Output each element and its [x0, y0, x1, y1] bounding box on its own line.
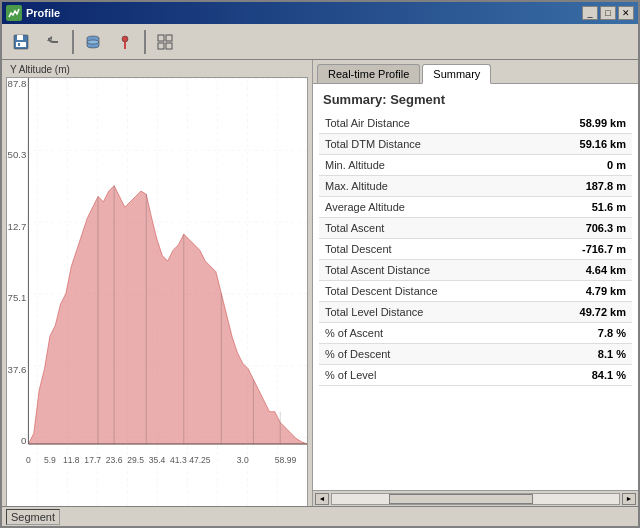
save-button[interactable] — [6, 28, 36, 56]
table-row: % of Level84.1 % — [319, 365, 632, 386]
row-label: Total Level Distance — [319, 302, 491, 323]
status-panel: Segment — [6, 509, 60, 525]
row-label: Average Altitude — [319, 197, 491, 218]
table-row: Total Ascent706.3 m — [319, 218, 632, 239]
svg-text:187.8: 187.8 — [7, 78, 26, 89]
tab-realtime[interactable]: Real-time Profile — [317, 64, 420, 83]
svg-text:11.8: 11.8 — [63, 455, 80, 465]
row-label: Total Ascent Distance — [319, 260, 491, 281]
row-label: % of Ascent — [319, 323, 491, 344]
row-value: 84.1 % — [491, 365, 632, 386]
row-value: 8.1 % — [491, 344, 632, 365]
svg-text:0: 0 — [26, 455, 31, 465]
status-bar: Segment — [2, 506, 638, 526]
db-button[interactable] — [78, 28, 108, 56]
status-text: Segment — [11, 511, 55, 523]
window-icon — [6, 5, 22, 21]
summary-title: Summary: Segment — [313, 84, 638, 113]
row-label: Total Ascent — [319, 218, 491, 239]
svg-text:58.99: 58.99 — [275, 455, 297, 465]
row-value: 706.3 m — [491, 218, 632, 239]
svg-text:17.7: 17.7 — [84, 455, 101, 465]
table-row: Total Level Distance49.72 km — [319, 302, 632, 323]
svg-text:41.3: 41.3 — [170, 455, 187, 465]
table-row: Max. Altitude187.8 m — [319, 176, 632, 197]
row-value: 4.64 km — [491, 260, 632, 281]
svg-rect-9 — [166, 35, 172, 41]
svg-text:75.1: 75.1 — [8, 292, 27, 303]
toolbar-separator-1 — [72, 30, 74, 54]
summary-table[interactable]: Total Air Distance58.99 kmTotal DTM Dist… — [313, 113, 638, 490]
table-row: Total Descent-716.7 m — [319, 239, 632, 260]
row-value: 49.72 km — [491, 302, 632, 323]
svg-text:0: 0 — [21, 435, 26, 446]
minimize-button[interactable]: _ — [582, 6, 598, 20]
maximize-button[interactable]: □ — [600, 6, 616, 20]
row-value: 187.8 m — [491, 176, 632, 197]
row-label: Min. Altitude — [319, 155, 491, 176]
row-label: Max. Altitude — [319, 176, 491, 197]
chart-panel: Y Altitude (m) 187.8 150 — [2, 60, 312, 506]
tab-content: Summary: Segment Total Air Distance58.99… — [313, 84, 638, 506]
svg-text:35.4: 35.4 — [149, 455, 166, 465]
svg-rect-2 — [16, 42, 26, 47]
svg-text:3.0: 3.0 — [237, 455, 249, 465]
chart-area: 187.8 150.3 112.7 75.1 37.6 0 — [6, 77, 308, 506]
chart-svg: 187.8 150.3 112.7 75.1 37.6 0 — [7, 78, 307, 506]
row-value: 0 m — [491, 155, 632, 176]
table-row: Total Descent Distance4.79 km — [319, 281, 632, 302]
row-value: 59.16 km — [491, 134, 632, 155]
svg-text:47.25: 47.25 — [189, 455, 211, 465]
scroll-left-button[interactable]: ◄ — [315, 493, 329, 505]
svg-rect-8 — [158, 35, 164, 41]
y-axis-label: Y Altitude (m) — [6, 64, 308, 75]
svg-rect-11 — [166, 43, 172, 49]
chart-canvas: 187.8 150.3 112.7 75.1 37.6 0 — [7, 78, 307, 506]
data-table: Total Air Distance58.99 kmTotal DTM Dist… — [319, 113, 632, 386]
row-label: Total Air Distance — [319, 113, 491, 134]
scroll-track-h[interactable] — [331, 493, 620, 505]
row-label: Total Descent Distance — [319, 281, 491, 302]
toolbar — [2, 24, 638, 60]
tab-summary[interactable]: Summary — [422, 64, 491, 84]
content-area: Y Altitude (m) 187.8 150 — [2, 60, 638, 506]
table-row: Average Altitude51.6 m — [319, 197, 632, 218]
row-label: % of Descent — [319, 344, 491, 365]
row-value: -716.7 m — [491, 239, 632, 260]
main-window: Profile _ □ ✕ — [0, 0, 640, 528]
table-row: Total Ascent Distance4.64 km — [319, 260, 632, 281]
row-label: Total Descent — [319, 239, 491, 260]
svg-text:37.6: 37.6 — [8, 364, 27, 375]
row-value: 7.8 % — [491, 323, 632, 344]
svg-text:29.5: 29.5 — [127, 455, 144, 465]
table-row: % of Descent8.1 % — [319, 344, 632, 365]
horizontal-scrollbar[interactable]: ◄ ► — [313, 490, 638, 506]
scroll-thumb-h[interactable] — [389, 494, 533, 504]
window-title: Profile — [26, 7, 582, 19]
title-bar: Profile _ □ ✕ — [2, 2, 638, 24]
window-controls: _ □ ✕ — [582, 6, 634, 20]
svg-rect-1 — [17, 35, 23, 40]
grid-button[interactable] — [150, 28, 180, 56]
right-panel: Real-time Profile Summary Summary: Segme… — [312, 60, 638, 506]
table-row: % of Ascent7.8 % — [319, 323, 632, 344]
svg-text:112.7: 112.7 — [7, 221, 26, 232]
undo-button[interactable] — [38, 28, 68, 56]
table-row: Total DTM Distance59.16 km — [319, 134, 632, 155]
tab-bar: Real-time Profile Summary — [313, 60, 638, 84]
svg-rect-10 — [158, 43, 164, 49]
table-row: Min. Altitude0 m — [319, 155, 632, 176]
svg-text:5.9: 5.9 — [44, 455, 56, 465]
svg-point-6 — [122, 36, 128, 42]
row-label: % of Level — [319, 365, 491, 386]
svg-rect-3 — [18, 43, 20, 46]
pin-button[interactable] — [110, 28, 140, 56]
row-value: 51.6 m — [491, 197, 632, 218]
svg-text:150.3: 150.3 — [7, 149, 26, 160]
scroll-right-button[interactable]: ► — [622, 493, 636, 505]
row-value: 4.79 km — [491, 281, 632, 302]
row-label: Total DTM Distance — [319, 134, 491, 155]
toolbar-separator-2 — [144, 30, 146, 54]
row-value: 58.99 km — [491, 113, 632, 134]
close-button[interactable]: ✕ — [618, 6, 634, 20]
